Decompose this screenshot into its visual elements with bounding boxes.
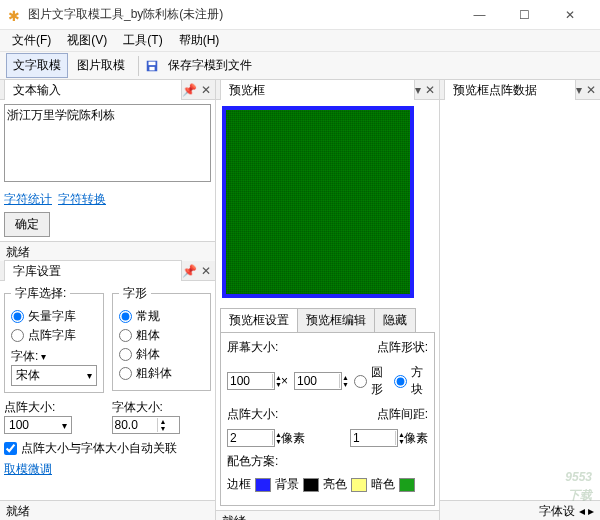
menu-help[interactable]: 帮助(H) bbox=[171, 30, 228, 51]
char-conv-link[interactable]: 字符转换 bbox=[58, 191, 106, 208]
right-status-tab[interactable]: 字体设 bbox=[539, 504, 575, 518]
close-button[interactable]: ✕ bbox=[547, 1, 592, 29]
close-panel-icon[interactable]: ✕ bbox=[425, 83, 435, 97]
gap-label: 点阵间距: bbox=[377, 406, 428, 423]
right-panel-header: 预览框点阵数据 ▾ ✕ bbox=[440, 80, 600, 100]
dark-swatch[interactable] bbox=[399, 478, 415, 492]
pt-size-label: 点阵大小: bbox=[227, 406, 278, 423]
toolbar-separator bbox=[138, 56, 139, 76]
glyph-bold-radio[interactable]: 粗体 bbox=[119, 327, 205, 344]
image-mode-button[interactable]: 图片取模 bbox=[70, 53, 132, 78]
chevron-right-icon[interactable]: ▸ bbox=[588, 504, 594, 518]
autolink-checkbox[interactable]: 点阵大小与字体大小自动关联 bbox=[4, 440, 211, 457]
save-font-button[interactable]: 保存字模到文件 bbox=[161, 53, 259, 78]
app-icon: ✱ bbox=[8, 8, 22, 22]
chevron-left-icon[interactable]: ◂ bbox=[579, 504, 585, 518]
preview-panel-header: 预览框 ▾ ✕ bbox=[216, 80, 439, 100]
left-status-1: 就绪 bbox=[0, 241, 215, 261]
font-select-group: 字库选择: 矢量字库 点阵字库 字体: ▾ 宋体 ▾ bbox=[4, 285, 104, 393]
text-input[interactable]: 浙江万里学院陈利栋 bbox=[4, 104, 211, 182]
font-size-value[interactable] bbox=[113, 417, 157, 433]
pin-icon[interactable]: 📌 bbox=[182, 83, 197, 97]
spin-down-icon[interactable]: ▼ bbox=[158, 425, 169, 432]
font-setting-title: 字库设置 bbox=[4, 260, 182, 282]
save-icon bbox=[145, 58, 159, 73]
font-setting-panel-header: 字库设置 📌 ✕ bbox=[0, 261, 215, 281]
svg-rect-1 bbox=[149, 62, 156, 66]
dot-size-label: 点阵大小: bbox=[4, 399, 104, 416]
bright-swatch[interactable] bbox=[351, 478, 367, 492]
tab-hide[interactable]: 隐藏 bbox=[374, 308, 416, 332]
menu-file[interactable]: 文件(F) bbox=[4, 30, 59, 51]
menu-tool[interactable]: 工具(T) bbox=[115, 30, 170, 51]
font-value: 宋体 bbox=[16, 367, 87, 384]
menu-view[interactable]: 视图(V) bbox=[59, 30, 115, 51]
multiply-icon: × bbox=[281, 374, 288, 388]
minimize-button[interactable]: — bbox=[457, 1, 502, 29]
spin-up-icon[interactable]: ▲ bbox=[158, 418, 169, 425]
title-bar: ✱ 图片文字取模工具_by陈利栋(未注册) — ☐ ✕ bbox=[0, 0, 600, 30]
text-input-title: 文本输入 bbox=[4, 79, 182, 101]
close-panel-icon[interactable]: ✕ bbox=[201, 264, 211, 278]
svg-rect-2 bbox=[149, 67, 154, 71]
font-label: 字体: bbox=[11, 349, 38, 363]
dot-font-radio[interactable]: 点阵字库 bbox=[11, 327, 97, 344]
preview-canvas bbox=[222, 106, 414, 298]
menu-bar: 文件(F) 视图(V) 工具(T) 帮助(H) bbox=[0, 30, 600, 52]
bright-label: 亮色 bbox=[323, 476, 347, 493]
fine-tune-link[interactable]: 取模微调 bbox=[4, 462, 52, 476]
glyph-legend: 字形 bbox=[119, 285, 151, 302]
font-select-legend: 字库选择: bbox=[11, 285, 70, 302]
gap-spinner[interactable]: ▲▼ bbox=[350, 429, 398, 447]
font-combo[interactable]: 宋体 ▾ bbox=[11, 365, 97, 386]
toolbar: 文字取模 图片取模 保存字模到文件 bbox=[0, 52, 600, 80]
text-mode-button[interactable]: 文字取模 bbox=[6, 53, 68, 78]
chevron-down-icon: ▾ bbox=[62, 420, 67, 431]
bg-swatch[interactable] bbox=[303, 478, 319, 492]
dot-size-combo[interactable]: 100 ▾ bbox=[4, 416, 72, 434]
scheme-label: 配色方案: bbox=[227, 453, 278, 470]
char-stat-link[interactable]: 字符统计 bbox=[4, 191, 52, 208]
dropdown-icon[interactable]: ▾ bbox=[576, 83, 582, 97]
screen-h-spinner[interactable]: ▲▼ bbox=[294, 372, 342, 390]
mid-status: 就绪 bbox=[216, 510, 439, 520]
pixel-label-1: 像素 bbox=[281, 430, 305, 447]
font-size-spinner[interactable]: ▲▼ bbox=[112, 416, 180, 434]
text-input-panel-header: 文本输入 📌 ✕ bbox=[0, 80, 215, 100]
shape-square-radio[interactable]: 方块 bbox=[394, 364, 428, 398]
left-status-2: 就绪 bbox=[0, 500, 215, 520]
border-label: 边框 bbox=[227, 476, 251, 493]
confirm-button[interactable]: 确定 bbox=[4, 212, 50, 237]
shape-label: 点阵形状: bbox=[377, 339, 428, 356]
tab-preview-setting[interactable]: 预览框设置 bbox=[220, 308, 298, 332]
window-title: 图片文字取模工具_by陈利栋(未注册) bbox=[28, 6, 457, 23]
screen-size-label: 屏幕大小: bbox=[227, 339, 278, 356]
right-title: 预览框点阵数据 bbox=[444, 79, 576, 101]
dot-data-output bbox=[440, 100, 600, 500]
close-panel-icon[interactable]: ✕ bbox=[586, 83, 596, 97]
font-size-label: 字体大小: bbox=[112, 399, 212, 416]
chevron-down-icon[interactable]: ▾ bbox=[38, 351, 46, 362]
glyph-regular-radio[interactable]: 常规 bbox=[119, 308, 205, 325]
glyph-italic-radio[interactable]: 斜体 bbox=[119, 346, 205, 363]
glyph-group: 字形 常规 粗体 斜体 粗斜体 bbox=[112, 285, 212, 391]
bg-label: 背景 bbox=[275, 476, 299, 493]
pin-icon[interactable]: 📌 bbox=[182, 264, 197, 278]
close-panel-icon[interactable]: ✕ bbox=[201, 83, 211, 97]
vector-font-radio[interactable]: 矢量字库 bbox=[11, 308, 97, 325]
screen-w-spinner[interactable]: ▲▼ bbox=[227, 372, 275, 390]
pt-size-spinner[interactable]: ▲▼ bbox=[227, 429, 275, 447]
shape-circle-radio[interactable]: 圆形 bbox=[354, 364, 388, 398]
chevron-down-icon: ▾ bbox=[87, 370, 92, 381]
glyph-bolditalic-radio[interactable]: 粗斜体 bbox=[119, 365, 205, 382]
dark-label: 暗色 bbox=[371, 476, 395, 493]
pixel-label-2: 像素 bbox=[404, 430, 428, 447]
border-swatch[interactable] bbox=[255, 478, 271, 492]
preview-title: 预览框 bbox=[220, 79, 415, 101]
dropdown-icon[interactable]: ▾ bbox=[415, 83, 421, 97]
maximize-button[interactable]: ☐ bbox=[502, 1, 547, 29]
dot-size-value: 100 bbox=[9, 418, 62, 432]
tab-preview-edit[interactable]: 预览框编辑 bbox=[297, 308, 375, 332]
